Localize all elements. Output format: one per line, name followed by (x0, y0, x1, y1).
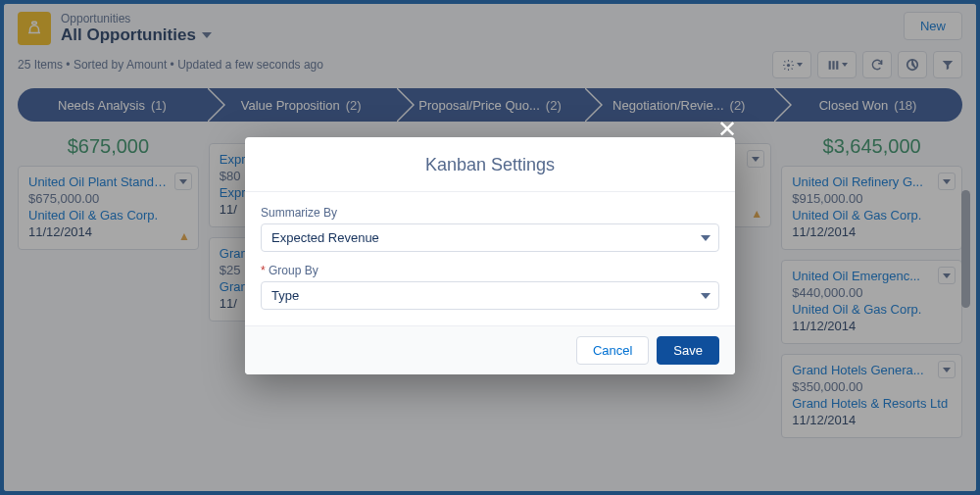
group-by-value: Type (271, 288, 299, 303)
group-by-select[interactable]: Type (261, 281, 719, 310)
cancel-button[interactable]: Cancel (576, 336, 649, 365)
summarize-by-value: Expected Revenue (271, 230, 379, 245)
close-icon[interactable]: ✕ (717, 116, 737, 143)
kanban-settings-modal: ✕ Kanban Settings Summarize By Expected … (245, 137, 735, 374)
group-by-label: Group By (261, 264, 719, 277)
save-button[interactable]: Save (657, 336, 719, 365)
modal-title: Kanban Settings (245, 137, 735, 192)
summarize-by-label: Summarize By (261, 206, 719, 220)
summarize-by-select[interactable]: Expected Revenue (261, 223, 719, 252)
